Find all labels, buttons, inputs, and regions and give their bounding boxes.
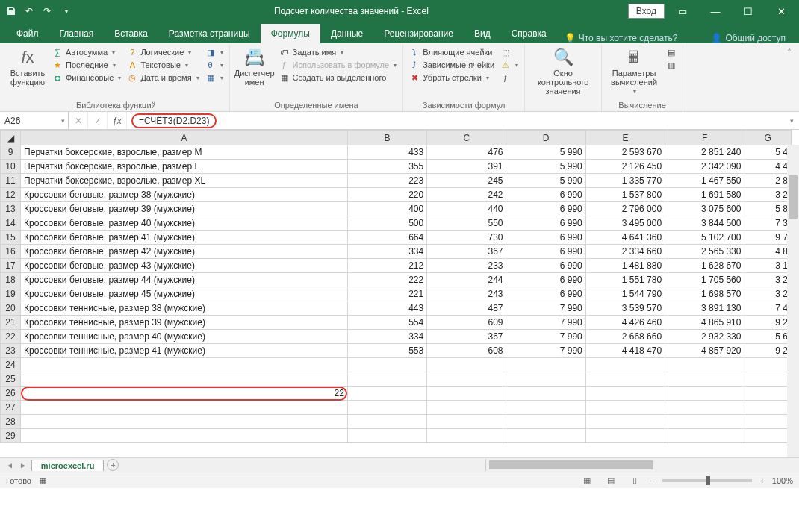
zoom-slider[interactable]: [662, 479, 752, 482]
cell[interactable]: 1 698 570: [665, 287, 744, 301]
cell[interactable]: 3 539 570: [585, 301, 665, 316]
save-icon[interactable]: [3, 3, 19, 19]
accept-formula-icon[interactable]: ✓: [88, 112, 108, 129]
row-header[interactable]: 28: [1, 415, 21, 429]
table-row[interactable]: 18Кроссовки беговые, размер 44 (мужские)…: [1, 273, 792, 287]
vertical-scrollbar[interactable]: [787, 145, 799, 457]
table-row[interactable]: 25: [1, 372, 792, 387]
cell[interactable]: 244: [427, 273, 506, 287]
cell[interactable]: 4 8: [744, 245, 792, 259]
tab-page-layout[interactable]: Разметка страницы: [158, 24, 261, 43]
table-row[interactable]: 22Кроссовки теннисные, размер 40 (мужски…: [1, 330, 792, 344]
cell[interactable]: 476: [427, 145, 506, 160]
cell[interactable]: [347, 372, 426, 387]
calc-sheet-button[interactable]: ▥: [665, 59, 678, 71]
cell[interactable]: 6 990: [506, 245, 585, 259]
row-header[interactable]: 16: [1, 245, 21, 259]
cell[interactable]: 5 4: [744, 145, 792, 160]
row-header[interactable]: 29: [1, 429, 21, 443]
cell[interactable]: 223: [347, 174, 426, 188]
row-header[interactable]: 11: [1, 174, 21, 188]
cell[interactable]: 6 990: [506, 188, 585, 202]
qat-dropdown-icon[interactable]: ▾: [58, 3, 75, 19]
insert-function-button[interactable]: fxВставить функцию: [7, 46, 48, 88]
cell[interactable]: Перчатки боксерские, взрослые, размер M: [21, 145, 348, 160]
cell[interactable]: Кроссовки беговые, размер 42 (мужские): [21, 245, 348, 259]
table-row[interactable]: 21Кроссовки теннисные, размер 39 (мужски…: [1, 316, 792, 330]
table-row[interactable]: 12Кроссовки беговые, размер 38 (мужские)…: [1, 188, 792, 202]
row-header[interactable]: 21: [1, 316, 21, 330]
row-header[interactable]: 25: [1, 372, 21, 387]
calc-now-button[interactable]: ▤: [665, 46, 678, 58]
formula-input[interactable]: =СЧЁТЗ(D2:D23): [127, 113, 784, 128]
cell[interactable]: [506, 401, 585, 415]
cell[interactable]: 7 990: [506, 316, 585, 330]
row-header[interactable]: 14: [1, 216, 21, 231]
cell[interactable]: 4 865 910: [665, 316, 744, 330]
table-row[interactable]: 16Кроссовки беговые, размер 42 (мужские)…: [1, 245, 792, 259]
cell[interactable]: Кроссовки беговые, размер 45 (мужские): [21, 287, 348, 301]
autosum-button[interactable]: ∑Автосумма▾: [51, 46, 122, 58]
cell[interactable]: [21, 429, 348, 443]
col-header-E[interactable]: E: [585, 131, 665, 145]
cell[interactable]: 1 544 790: [585, 287, 665, 301]
redo-icon[interactable]: ↷: [39, 3, 55, 19]
cell[interactable]: 233: [427, 259, 506, 273]
cell[interactable]: [347, 429, 426, 443]
cell[interactable]: 5 990: [506, 145, 585, 160]
cell[interactable]: 4 641 360: [585, 231, 665, 245]
lookup-button[interactable]: ◨▾: [204, 46, 225, 58]
cell[interactable]: 2 932 330: [665, 330, 744, 344]
cell[interactable]: 1 691 580: [665, 188, 744, 202]
cell[interactable]: 220: [347, 188, 426, 202]
cell[interactable]: 221: [347, 287, 426, 301]
row-header[interactable]: 27: [1, 401, 21, 415]
table-row[interactable]: 27: [1, 401, 792, 415]
cell[interactable]: 3 495 000: [585, 216, 665, 231]
cell[interactable]: 9 7: [744, 231, 792, 245]
tab-review[interactable]: Рецензирование: [373, 24, 464, 43]
horizontal-scrollbar[interactable]: [485, 459, 799, 471]
cell[interactable]: [665, 372, 744, 387]
cell[interactable]: 367: [427, 245, 506, 259]
tab-home[interactable]: Главная: [49, 24, 105, 43]
cell[interactable]: 2 126 450: [585, 160, 665, 174]
cell[interactable]: [744, 387, 792, 401]
col-header-G[interactable]: G: [744, 131, 792, 145]
show-formulas-button[interactable]: ⬚: [499, 46, 520, 58]
col-header-B[interactable]: B: [347, 131, 426, 145]
cell[interactable]: [585, 387, 665, 401]
cell[interactable]: [506, 387, 585, 401]
cell[interactable]: [21, 401, 348, 415]
cell[interactable]: 6 990: [506, 231, 585, 245]
cell[interactable]: Перчатки боксерские, взрослые, размер L: [21, 160, 348, 174]
cell[interactable]: Кроссовки беговые, размер 43 (мужские): [21, 259, 348, 273]
row-header[interactable]: 26: [1, 387, 21, 401]
zoom-in-icon[interactable]: +: [759, 476, 764, 485]
cell[interactable]: 6 990: [506, 216, 585, 231]
cell[interactable]: 1 551 780: [585, 273, 665, 287]
login-button[interactable]: Вход: [628, 4, 665, 19]
cell[interactable]: 1 481 880: [585, 259, 665, 273]
cell[interactable]: 433: [347, 145, 426, 160]
table-row[interactable]: 20Кроссовки теннисные, размер 38 (мужски…: [1, 301, 792, 316]
cell[interactable]: 1 467 550: [665, 174, 744, 188]
undo-icon[interactable]: ↶: [21, 3, 37, 19]
table-row[interactable]: 29: [1, 429, 792, 443]
name-box-dropdown-icon[interactable]: ▾: [61, 117, 65, 125]
col-header-C[interactable]: C: [427, 131, 506, 145]
cell[interactable]: 222: [347, 273, 426, 287]
table-row[interactable]: 28: [1, 415, 792, 429]
cell[interactable]: Кроссовки теннисные, размер 40 (мужские): [21, 330, 348, 344]
row-header[interactable]: 22: [1, 330, 21, 344]
cell[interactable]: 9 2: [744, 344, 792, 358]
cell[interactable]: [585, 358, 665, 372]
cell[interactable]: 554: [347, 316, 426, 330]
cell[interactable]: Кроссовки беговые, размер 39 (мужские): [21, 202, 348, 216]
row-header[interactable]: 13: [1, 202, 21, 216]
table-row[interactable]: 11Перчатки боксерские, взрослые, размер …: [1, 174, 792, 188]
error-check-button[interactable]: ⚠▾: [499, 59, 520, 71]
table-row[interactable]: 10Перчатки боксерские, взрослые, размер …: [1, 160, 792, 174]
spreadsheet-grid[interactable]: ◢ A B C D E F G 9Перчатки боксерские, вз…: [0, 130, 799, 458]
row-header[interactable]: 17: [1, 259, 21, 273]
